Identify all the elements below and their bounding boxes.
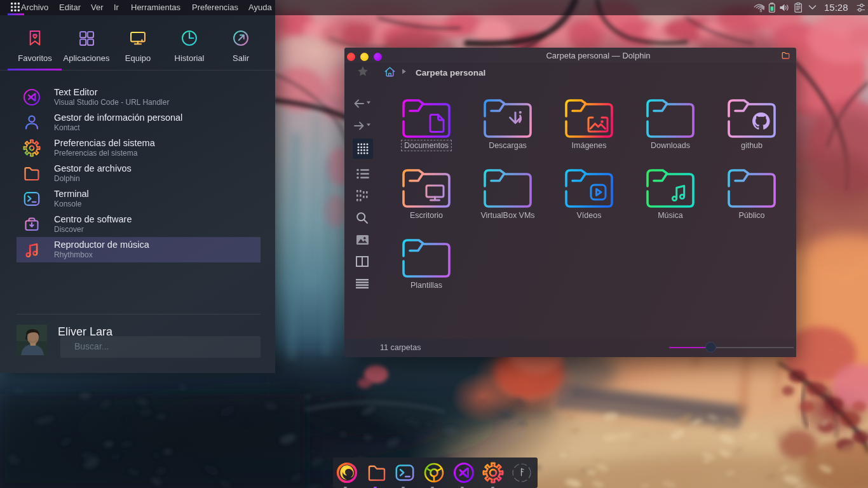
svg-text:a: a <box>760 8 763 13</box>
